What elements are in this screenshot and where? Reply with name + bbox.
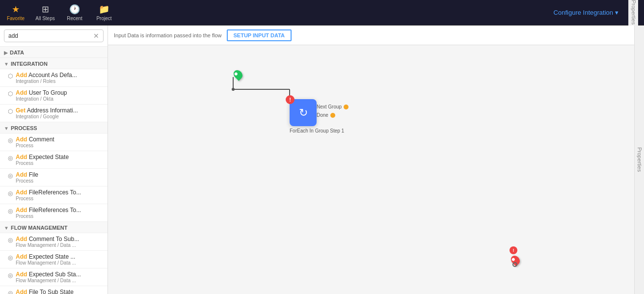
node-error-badge: ! [286, 95, 295, 104]
item-icon: ◎ [8, 290, 13, 294]
item-content: Add File Process [16, 171, 104, 184]
section-data-toggle: ▶ [4, 50, 8, 55]
item-content: Add User To Group Integration / Okta [16, 89, 104, 102]
node-outputs: Next Group Done [317, 104, 349, 118]
item-title: Add Expected Sub Sta... [16, 271, 104, 278]
recent-btn[interactable]: 🕐 Recent [65, 4, 84, 21]
clock-icon: 🕐 [69, 4, 80, 15]
item-sub: Flow Management / Data ... [16, 278, 104, 283]
flow-error-pin[interactable]: ! [510, 251, 520, 269]
item-content: Add Comment To Sub... Flow Management / … [16, 236, 104, 248]
list-item[interactable]: ◎ Add Expected State ... Flow Management… [0, 251, 107, 268]
section-process-label: PROCESS [11, 125, 37, 131]
list-item[interactable]: ◎ Add Comment Process [0, 134, 107, 151]
canvas-top-bar: Input Data is information passed into th… [108, 26, 634, 45]
item-sub: Process [16, 196, 104, 201]
green-pin-icon [232, 68, 244, 80]
list-item[interactable]: ⬡ Get Address Informati... Integration /… [0, 105, 107, 122]
list-item[interactable]: ⬡ Add User To Group Integration / Okta [0, 87, 107, 105]
item-sub: Process [16, 160, 104, 166]
item-title: Add Comment [16, 136, 104, 143]
item-content: Add Account As Defa... Integration / Rol… [16, 72, 104, 84]
canvas-content[interactable]: ! ↻ Next Group Done [108, 45, 634, 294]
section-process-toggle: ▼ [4, 126, 9, 131]
allsteps-btn[interactable]: ⊞ All Steps [35, 4, 55, 21]
section-integration-header[interactable]: ▼ INTEGRATION [0, 58, 107, 69]
item-sub: Flow Management / Data ... [16, 260, 104, 266]
item-title: Add File [16, 171, 104, 178]
allsteps-label: All Steps [35, 16, 54, 21]
section-data-label: DATA [10, 50, 24, 55]
main-area: ✕ ▶ DATA ▼ INTEGRATION ⬡ [0, 26, 644, 294]
search-box: ✕ [0, 26, 107, 47]
section-process-header[interactable]: ▼ PROCESS [0, 122, 107, 134]
list-item[interactable]: ◎ Add Comment To Sub... Flow Management … [0, 233, 107, 251]
configure-integration-btn[interactable]: Configure Integration ▾ [554, 9, 618, 16]
item-icon: ◎ [8, 208, 13, 214]
node-box[interactable]: ! ↻ Next Group Done [290, 99, 317, 126]
node-label: ForEach In Group Step 1 [290, 128, 344, 134]
error-badge: ! [510, 246, 517, 254]
item-sub: Integration / Okta [16, 96, 104, 102]
sidebar: ✕ ▶ DATA ▼ INTEGRATION ⬡ [0, 26, 108, 294]
section-data-header[interactable]: ▶ DATA [0, 47, 107, 58]
right-properties-tab[interactable]: Properties [634, 26, 644, 294]
canvas-info-text: Input Data is information passed into th… [114, 32, 222, 38]
item-icon: ◎ [8, 172, 13, 179]
item-icon: ◎ [8, 272, 13, 279]
recent-label: Recent [67, 16, 82, 21]
item-content: Add FileReferences To... Process [16, 207, 104, 219]
favorite-btn[interactable]: ★ Favorite [6, 4, 26, 21]
list-item[interactable]: ◎ Add FileReferences To... Process [0, 187, 107, 204]
item-sub: Process [16, 214, 104, 219]
item-content: Add Expected Sub Sta... Flow Management … [16, 271, 104, 283]
item-sub: Integration / Google [16, 114, 104, 119]
canvas-area: Input Data is information passed into th… [108, 26, 634, 294]
sync-icon: ↻ [299, 107, 308, 119]
item-content: Add Expected State ... Flow Management /… [16, 253, 104, 266]
list-item[interactable]: ◎ Add Expected State Process [0, 151, 107, 169]
search-input[interactable] [8, 32, 93, 39]
item-icon: ◎ [8, 237, 13, 243]
item-content: Add File To Sub State Flow Management / … [16, 289, 104, 294]
output-done-dot[interactable] [330, 113, 335, 118]
list-item[interactable]: ◎ Add File Process [0, 169, 107, 187]
star-icon: ★ [12, 4, 20, 15]
favorite-label: Favorite [7, 16, 25, 21]
list-item[interactable]: ◎ Add File To Sub State Flow Management … [0, 286, 107, 294]
item-sub: Flow Management / Data ... [16, 242, 104, 248]
flow-start-pin[interactable] [233, 70, 243, 83]
pin-dot [512, 262, 517, 267]
section-integration-toggle: ▼ [4, 61, 9, 67]
item-title: Add Account As Defa... [16, 72, 104, 79]
item-title: Add File To Sub State [16, 289, 104, 294]
svg-point-3 [232, 88, 235, 91]
output-done: Done [317, 112, 349, 118]
list-item[interactable]: ◎ Add FileReferences To... Process [0, 204, 107, 222]
section-flow-toggle: ▼ [4, 225, 9, 231]
section-flow-header[interactable]: ▼ FLOW MANAGEMENT [0, 222, 107, 233]
chevron-down-icon: ▾ [615, 9, 618, 16]
item-content: Add Expected State Process [16, 154, 104, 166]
item-icon: ◎ [8, 254, 13, 261]
flow-node[interactable]: ! ↻ Next Group Done [290, 99, 344, 134]
section-integration-label: INTEGRATION [11, 61, 48, 67]
item-sub: Process [16, 143, 104, 148]
list-item[interactable]: ◎ Add Expected Sub Sta... Flow Managemen… [0, 268, 107, 286]
output-next: Next Group [317, 104, 349, 109]
project-label: Project [96, 16, 111, 21]
list-item[interactable]: ⬡ Add Account As Defa... Integration / R… [0, 69, 107, 87]
grid-icon: ⊞ [42, 4, 49, 15]
folder-icon: 📁 [99, 4, 109, 15]
setup-input-data-btn[interactable]: SETUP INPUT DATA [227, 29, 292, 41]
item-title: Add User To Group [16, 89, 104, 96]
clear-search-btn[interactable]: ✕ [93, 32, 99, 40]
section-flow-label: FLOW MANAGEMENT [11, 225, 67, 231]
item-content: Get Address Informati... Integration / G… [16, 107, 104, 119]
item-sub: Process [16, 178, 104, 184]
output-next-dot[interactable] [344, 105, 349, 109]
item-title: Add FileReferences To... [16, 189, 104, 196]
item-icon: ◎ [8, 155, 13, 161]
item-title: Add Expected State [16, 154, 104, 160]
project-btn[interactable]: 📁 Project [94, 4, 114, 21]
